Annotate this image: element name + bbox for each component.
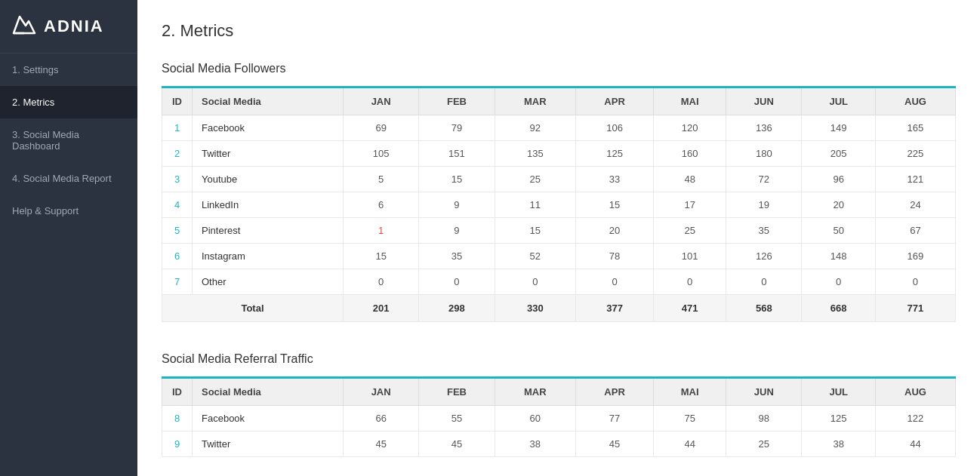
cell-feb: 0 (419, 269, 495, 295)
ref-col-feb: FEB (419, 378, 495, 406)
total-jul: 668 (802, 295, 875, 322)
total-feb: 298 (419, 295, 495, 322)
cell-jan: 1 (344, 218, 419, 244)
cell-apr: 45 (575, 431, 653, 457)
logo-text: ADNIA (44, 17, 104, 36)
main-content: 2. Metrics Social Media Followers ID Soc… (137, 0, 980, 476)
cell-feb: 55 (419, 406, 495, 431)
cell-id: 7 (162, 269, 193, 295)
table-row: 8Facebook665560777598125122 (162, 406, 956, 431)
cell-jul: 125 (802, 406, 875, 431)
ref-col-social-media: Social Media (193, 378, 344, 406)
cell-id: 3 (162, 167, 193, 192)
sidebar-item-metrics[interactable]: 2. Metrics (0, 86, 137, 118)
followers-section-title: Social Media Followers (162, 62, 956, 75)
cell-jun: 126 (726, 244, 802, 269)
ref-col-jul: JUL (802, 378, 875, 406)
total-label: Total (162, 295, 344, 322)
cell-name: Twitter (193, 431, 344, 457)
ref-col-aug: AUG (875, 378, 955, 406)
cell-jan: 0 (344, 269, 419, 295)
table-row: 1Facebook697992106120136149165 (162, 115, 956, 141)
cell-jun: 98 (726, 406, 802, 431)
sidebar-item-social-report[interactable]: 4. Social Media Report (0, 162, 137, 195)
total-jun: 568 (726, 295, 802, 322)
cell-name: Pinterest (193, 218, 344, 244)
col-social-media: Social Media (193, 88, 344, 115)
cell-mai: 75 (654, 406, 726, 431)
cell-id: 1 (162, 115, 193, 141)
col-mar: MAR (495, 88, 575, 115)
col-jun: JUN (726, 88, 802, 115)
table-row: 2Twitter105151135125160180205225 (162, 141, 956, 167)
cell-aug: 0 (875, 269, 955, 295)
cell-jan: 45 (344, 431, 419, 457)
cell-id: 5 (162, 218, 193, 244)
cell-apr: 0 (575, 269, 653, 295)
logo-area: ADNIA (0, 0, 137, 54)
cell-id: 4 (162, 192, 193, 218)
ref-col-id: ID (162, 378, 193, 406)
cell-jul: 96 (802, 167, 875, 192)
followers-table: ID Social Media JAN FEB MAR APR MAI JUN … (162, 86, 956, 322)
cell-apr: 125 (575, 141, 653, 167)
cell-name: Facebook (193, 115, 344, 141)
logo-icon (12, 14, 36, 39)
ref-col-mai: MAI (654, 378, 726, 406)
cell-jul: 148 (802, 244, 875, 269)
cell-mar: 92 (495, 115, 575, 141)
cell-jan: 5 (344, 167, 419, 192)
sidebar-item-social-dashboard[interactable]: 3. Social Media Dashboard (0, 118, 137, 162)
table-row: 5Pinterest19152025355067 (162, 218, 956, 244)
followers-total-row: Total 201 298 330 377 471 568 668 771 (162, 295, 956, 322)
cell-jul: 205 (802, 141, 875, 167)
cell-jun: 180 (726, 141, 802, 167)
cell-apr: 33 (575, 167, 653, 192)
referral-header-row: ID Social Media JAN FEB MAR APR MAI JUN … (162, 378, 956, 406)
cell-mai: 0 (654, 269, 726, 295)
col-id: ID (162, 88, 193, 115)
cell-aug: 44 (875, 431, 955, 457)
referral-section-title: Social Media Referral Traffic (162, 352, 956, 366)
cell-mai: 120 (654, 115, 726, 141)
table-row: 6Instagram15355278101126148169 (162, 244, 956, 269)
cell-feb: 9 (419, 192, 495, 218)
col-jan: JAN (344, 88, 419, 115)
cell-aug: 169 (875, 244, 955, 269)
cell-jun: 35 (726, 218, 802, 244)
cell-id: 2 (162, 141, 193, 167)
total-mar: 330 (495, 295, 575, 322)
cell-mai: 48 (654, 167, 726, 192)
cell-id: 9 (162, 431, 193, 457)
cell-mar: 25 (495, 167, 575, 192)
cell-mai: 25 (654, 218, 726, 244)
cell-jun: 25 (726, 431, 802, 457)
ref-col-apr: APR (575, 378, 653, 406)
cell-jan: 15 (344, 244, 419, 269)
cell-mar: 52 (495, 244, 575, 269)
cell-name: Facebook (193, 406, 344, 431)
cell-jul: 38 (802, 431, 875, 457)
cell-apr: 106 (575, 115, 653, 141)
col-mai: MAI (654, 88, 726, 115)
cell-name: LinkedIn (193, 192, 344, 218)
cell-mar: 38 (495, 431, 575, 457)
cell-jun: 19 (726, 192, 802, 218)
total-mai: 471 (654, 295, 726, 322)
cell-jun: 0 (726, 269, 802, 295)
ref-col-mar: MAR (495, 378, 575, 406)
table-row: 9Twitter4545384544253844 (162, 431, 956, 457)
cell-apr: 15 (575, 192, 653, 218)
cell-aug: 67 (875, 218, 955, 244)
sidebar-item-settings[interactable]: 1. Settings (0, 54, 137, 86)
page-title: 2. Metrics (162, 21, 956, 41)
table-row: 4LinkedIn69111517192024 (162, 192, 956, 218)
cell-jan: 6 (344, 192, 419, 218)
cell-aug: 165 (875, 115, 955, 141)
cell-jul: 20 (802, 192, 875, 218)
sidebar-item-help[interactable]: Help & Support (0, 195, 137, 227)
cell-feb: 15 (419, 167, 495, 192)
cell-aug: 24 (875, 192, 955, 218)
referral-section: Social Media Referral Traffic ID Social … (162, 352, 956, 457)
cell-jan: 69 (344, 115, 419, 141)
